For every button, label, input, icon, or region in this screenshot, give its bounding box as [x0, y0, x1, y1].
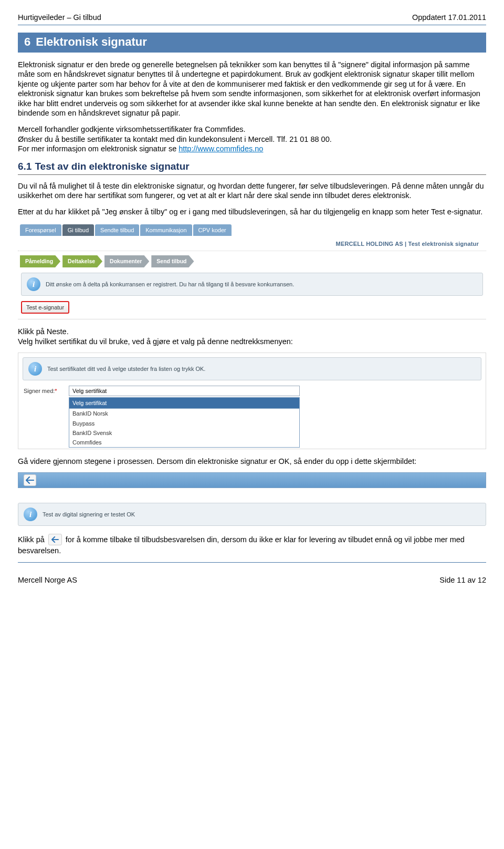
sign-with-dropdown[interactable]: Velg sertifikat BankID Norsk Buypass Ban…: [69, 397, 300, 447]
header-rule: [18, 25, 486, 25]
dd-option-bankid-norsk[interactable]: BankID Norsk: [69, 409, 299, 418]
final-instruction: Klikk på for å komme tilbake til tilbuds…: [18, 534, 486, 556]
header-right: Oppdatert 17.01.2011: [412, 13, 486, 23]
notice-test-cert-text: Test sertifikatet ditt ved å velge utste…: [47, 365, 205, 372]
section-6-title: Elektronisk signatur: [36, 35, 147, 48]
notice-registered: i Ditt ønske om å delta på konkurransen …: [21, 273, 483, 296]
final-prefix: Klikk på: [18, 535, 47, 544]
section-6-header: 6Elektronisk signatur: [18, 33, 486, 53]
info-icon: i: [27, 277, 40, 291]
click-next-instruction: Klikk på Neste. Velg hvilket sertifikat …: [18, 327, 486, 346]
dd-option-velg[interactable]: Velg sertifikat: [69, 398, 299, 409]
proceed-instruction: Gå videre gjennom stegene i prosessen. D…: [18, 457, 486, 467]
sign-with-label: Signer med:*: [24, 386, 69, 395]
dd-option-bankid-svensk[interactable]: BankID Svensk: [69, 428, 299, 438]
notice-test-cert: i Test sertifikatet ditt ved å velge uts…: [23, 357, 481, 380]
sign-with-selected[interactable]: Velg sertifikat: [69, 386, 300, 396]
dd-option-commfides[interactable]: Commfides: [69, 438, 299, 447]
test-e-signatur-button[interactable]: Test e-signatur: [21, 301, 69, 314]
para2-line3-prefix: For mer informasjon om elektronisk signa…: [18, 144, 178, 153]
screenshot-tabs-wizard: Forespørsel Gi tilbud Sendte tilbud Komm…: [18, 223, 486, 320]
wizard-step-dokumenter[interactable]: Dokumenter: [104, 255, 149, 267]
notice-registered-text: Ditt ønske om å delta på konkurransen er…: [46, 281, 294, 288]
inline-back-button[interactable]: [48, 534, 62, 545]
section-6-1-para-1: Du vil nå få mulighet til å teste din el…: [18, 181, 486, 201]
notice-ok-text: Test av digital signering er testet OK: [43, 511, 135, 518]
tab-cpv-koder[interactable]: CPV koder: [193, 224, 232, 236]
info-icon: i: [24, 508, 37, 521]
dd-option-buypass[interactable]: Buypass: [69, 419, 299, 428]
header-left: Hurtigveileder – Gi tilbud: [18, 13, 101, 23]
footer-right: Side 11 av 12: [439, 575, 486, 585]
arrow-left-icon: [51, 536, 59, 543]
section-6-para-1: Elektronisk signatur er den brede og gen…: [18, 60, 486, 118]
tab-sendte-tilbud[interactable]: Sendte tilbud: [95, 224, 139, 236]
para2-line2: Ønsker du å bestille sertifikater ta kon…: [18, 135, 332, 143]
page-header: Hurtigveileder – Gi tilbud Oppdatert 17.…: [18, 13, 486, 23]
section-6-1-number: 6.1: [18, 161, 32, 172]
back-bar: [18, 472, 486, 488]
section-6-1-header: 6.1Test av din elektroniske signatur: [18, 160, 486, 175]
section-6-number: 6: [24, 35, 30, 48]
tab-kommunikasjon[interactable]: Kommunikasjon: [140, 224, 192, 236]
screenshot-dropdown: i Test sertifikatet ditt ved å velge uts…: [18, 353, 486, 449]
tab-forespørsel[interactable]: Forespørsel: [20, 224, 61, 236]
tabs-row: Forespørsel Gi tilbud Sendte tilbud Komm…: [18, 223, 486, 237]
wizard-step-deltakelse[interactable]: Deltakelse: [62, 255, 102, 267]
info-icon: i: [28, 362, 42, 376]
sign-with-row: Signer med:* Velg sertifikat Velg sertif…: [18, 382, 486, 448]
section-6-1-title: Test av din elektroniske signatur: [35, 161, 189, 172]
wizard-step-påmelding[interactable]: Påmelding: [20, 255, 60, 267]
wizard-row: Påmelding Deltakelse Dokumenter Send til…: [20, 255, 484, 267]
notice-ok: i Test av digital signering er testet OK: [18, 503, 486, 526]
commfides-link[interactable]: http://www.commfides.no: [178, 144, 263, 153]
breadcrumb: MERCELL HOLDING AS | Test elektronisk si…: [18, 237, 486, 251]
tab-gi-tilbud[interactable]: Gi tilbud: [62, 224, 94, 236]
page-footer: Mercell Norge AS Side 11 av 12: [18, 575, 486, 585]
section-6-1-para-2: Etter at du har klikket på "Jeg ønsker å…: [18, 207, 486, 217]
section-6-para-2: Mercell forhandler godkjente virksomhets…: [18, 125, 486, 154]
click-next-line2: Velg hvilket sertifikat du vil bruke, ve…: [18, 337, 293, 346]
arrow-left-icon: [26, 477, 34, 484]
click-next-line1: Klikk på Neste.: [18, 327, 69, 336]
back-button[interactable]: [24, 474, 36, 486]
final-suffix: for å komme tilbake til tilbudsbesvarels…: [18, 535, 465, 555]
footer-left: Mercell Norge AS: [18, 575, 77, 585]
wizard-step-send-tilbud[interactable]: Send tilbud: [151, 255, 194, 267]
footer-rule: [18, 562, 486, 563]
para2-line1: Mercell forhandler godkjente virksomhets…: [18, 125, 246, 133]
sign-with-field: Velg sertifikat Velg sertifikat BankID N…: [69, 386, 300, 447]
screenshot-success: i Test av digital signering er testet OK: [18, 472, 486, 526]
